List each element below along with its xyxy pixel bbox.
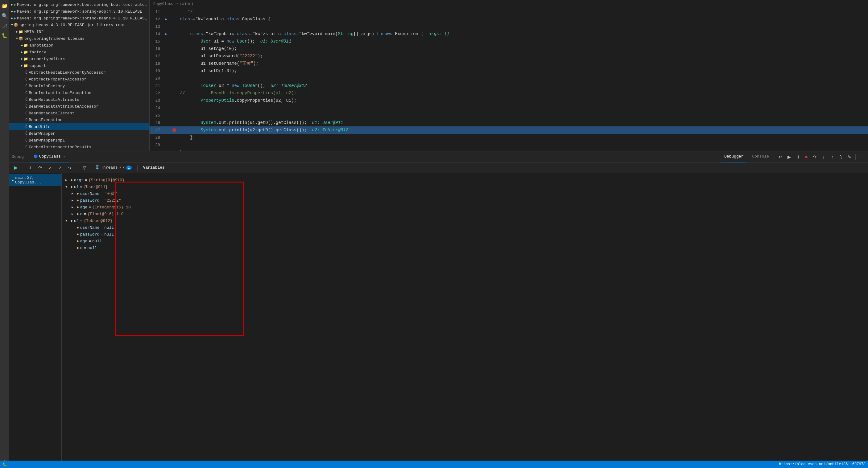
tab-console[interactable]: Console (748, 152, 773, 163)
sidebar-item-jar[interactable]: ▼📦spring-beans-4.3.10.RELEASE.jar librar… (9, 22, 149, 28)
sidebar-item-annotation[interactable]: ▶📁annotation (9, 42, 149, 49)
var-row-1[interactable]: ▼●u1={User@911} (64, 183, 866, 190)
var-row-10[interactable]: ●d=null (64, 244, 866, 251)
var-expand-arrow[interactable]: ▶ (65, 178, 70, 182)
sidebar-item-c9[interactable]: C̈BeanUtils (9, 123, 149, 130)
line-code: // BeanUtils.copyProperties(u1, u2); (177, 91, 868, 96)
toolbar-step-out2[interactable]: ↗ (56, 164, 64, 172)
toolbar-step-over[interactable]: ↷ (811, 153, 819, 161)
sidebar-label: spring-beans-4.3.10.RELEASE.jar library … (20, 23, 125, 27)
var-row-8[interactable]: ●password=null (64, 231, 866, 238)
sidebar-item-c4[interactable]: C̈BeanInstantiationException (9, 90, 149, 96)
toolbar-settings[interactable]: ⋯ (858, 153, 866, 161)
toolbar-step-into2[interactable]: ↙ (46, 164, 54, 172)
toolbar-run-to-cursor[interactable]: ⤵ (837, 153, 845, 161)
sidebar-item-c10[interactable]: C̈BeanWrapper (9, 130, 149, 137)
var-equals: = (80, 219, 82, 223)
var-row-6[interactable]: ▼●u2={ToUser@912} (64, 218, 866, 224)
sidebar-item-support[interactable]: ▶📁support (9, 62, 149, 69)
toolbar-rerun[interactable]: ↩ (776, 153, 784, 161)
code-line-11: 11 */ (150, 8, 868, 15)
var-field-name: userName (80, 225, 99, 230)
toolbar-resume[interactable]: ▶ (785, 153, 793, 161)
line-arrow: ▶ (165, 17, 171, 22)
code-line-18: 18 u1.setUserName("王黄"); (150, 60, 868, 67)
toolbar-smart-step[interactable]: ↪ (66, 164, 74, 172)
var-field-icon: ● (70, 219, 73, 223)
sidebar-item-c2[interactable]: C̈AbstractPropertyAccessor (9, 76, 149, 82)
toolbar-step-into[interactable]: ↓ (819, 153, 828, 161)
var-expand-arrow[interactable]: ▶ (71, 212, 76, 216)
line-code: class="kw">public class="kw">static clas… (177, 31, 868, 36)
var-field-icon: ● (76, 192, 79, 196)
toolbar-evaluate[interactable]: ✎ (845, 153, 854, 161)
activity-icon-files[interactable]: 📁 (1, 2, 8, 10)
class-icon: C̈ (25, 145, 27, 149)
debug-tab-copyclass[interactable]: 🔵 CopyClass ✕ (30, 152, 69, 163)
sidebar-item-maven2[interactable]: ▶◈Maven: org.springframework:spring-aop:… (9, 8, 149, 15)
var-expand-arrow[interactable]: ▶ (71, 199, 76, 202)
sidebar-item-propertyeditors[interactable]: ▶📁propertyeditors (9, 56, 149, 62)
sidebar-item-c11[interactable]: C̈BeanWrapperImpl (9, 137, 149, 144)
line-number: 15 (150, 39, 165, 44)
var-field-icon: ● (70, 185, 73, 189)
code-editor[interactable]: 11 */12▶class="kw">public class CopyClas… (150, 8, 868, 151)
toolbar-play[interactable]: ▶ (12, 164, 20, 172)
var-expand-arrow[interactable]: ▶ (71, 192, 76, 196)
package-icon: 📦 (19, 36, 23, 41)
tab-debugger[interactable]: Debugger (720, 152, 747, 163)
thread-item-main[interactable]: ▶ main:27, CopyClas... (9, 174, 61, 186)
sidebar-item-c12[interactable]: C̈CachedIntrospectionResults (9, 144, 149, 151)
line-number: 30 (150, 150, 165, 152)
sidebar-item-maven1[interactable]: ▶◈Maven: org.springframework.boot:spring… (9, 1, 149, 8)
var-field-name: u1 (74, 185, 79, 189)
var-row-3[interactable]: ▶●password="22222" (64, 197, 866, 204)
sidebar-item-c6[interactable]: C̈BeanMetadataAttributeAccessor (9, 103, 149, 110)
var-equals: = (100, 198, 103, 203)
sidebar-item-c3[interactable]: C̈BeanInfoFactory (9, 82, 149, 90)
maven-icon: ◈ (13, 16, 16, 21)
tree-arrow: ▶ (21, 57, 23, 61)
debug-inline-val: u1: User@911 (312, 120, 343, 125)
toolbar-pause[interactable]: ⏸ (794, 153, 802, 161)
sidebar-item-maven3[interactable]: ▶◈Maven: org.springframework:spring-bean… (9, 15, 149, 22)
var-field-icon: ● (76, 239, 79, 243)
sidebar-label: BeanWrapperImpl (29, 138, 65, 143)
var-row-0[interactable]: ▶●args={String[0]@910} (64, 177, 866, 183)
var-expand-arrow[interactable]: ▶ (71, 205, 76, 209)
debug-tab-close[interactable]: ✕ (63, 155, 65, 159)
toolbar-filter[interactable]: ▽ (80, 164, 88, 172)
debug-label: Debug: (12, 155, 26, 159)
debug-panel: Debug: 🔵 CopyClass ✕ Debugger Console ↩ … (9, 151, 868, 468)
line-code: */ (177, 9, 868, 14)
sidebar-item-c7[interactable]: C̈BeanMetadataElement (9, 110, 149, 116)
var-row-7[interactable]: ●userName=null (64, 224, 866, 231)
var-row-5[interactable]: ▶●d={Float@916} 1.0 (64, 210, 866, 218)
var-row-2[interactable]: ▶●userName="王黄" (64, 190, 866, 197)
var-row-9[interactable]: ●age=null (64, 238, 866, 244)
sep3 (137, 165, 137, 171)
var-equals: = (100, 192, 103, 196)
sidebar-item-c1[interactable]: C̈AbstractNestablePropertyAccessor (9, 69, 149, 76)
toolbar-stop[interactable]: ■ (802, 153, 810, 161)
sidebar-item-org-sf-beans[interactable]: ▼📦org.springframework.beans (9, 35, 149, 42)
toolbar-step-debug[interactable]: ⤸ (26, 164, 34, 172)
var-expand-arrow[interactable]: ▼ (65, 219, 70, 223)
debug-content: ▶ main:27, CopyClas... ▶●args={String[0]… (9, 173, 868, 468)
var-expand-arrow[interactable]: ▼ (65, 185, 70, 189)
sidebar-item-c5[interactable]: C̈BeanMetadataAttribute (9, 96, 149, 103)
var-row-4[interactable]: ▶●age={Integer@915} 10 (64, 204, 866, 210)
toolbar-step-out[interactable]: ↑ (828, 153, 836, 161)
activity-icon-debug[interactable]: 🐛 (1, 32, 8, 39)
activity-icon-git[interactable]: ⎇ (1, 22, 8, 30)
debug-toolbar: ▶ ⤸ ↷ ↙ ↗ ↪ ▽ 🧵 Threads • ✕ 1 Variables (9, 163, 868, 173)
sidebar-item-factory[interactable]: ▶📁factory (9, 49, 149, 56)
var-field-icon: ● (76, 246, 79, 250)
tree-arrow: ▶ (21, 64, 23, 68)
toolbar-step-over2[interactable]: ↷ (36, 164, 44, 172)
sidebar-item-meta-inf[interactable]: ▶📁META-INF (9, 28, 149, 35)
sidebar-item-c8[interactable]: C̈BeansException (9, 116, 149, 123)
class-icon: C̈ (25, 70, 27, 75)
line-code: u1.setPassword("22222"); (177, 54, 868, 59)
activity-icon-search[interactable]: 🔍 (1, 12, 8, 20)
